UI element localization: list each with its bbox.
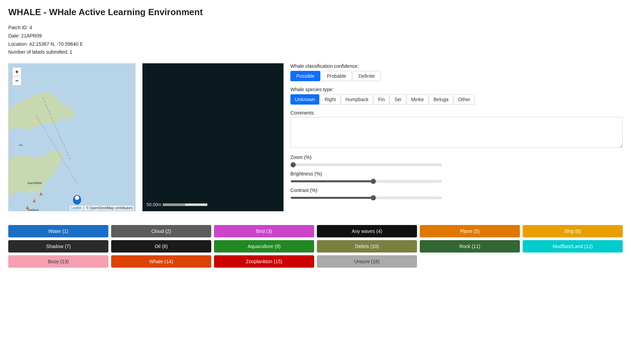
category-btn-11[interactable]: Rock (11) [420,240,520,253]
confidence-label: Whale classification confidence: [290,63,623,69]
species-humpback[interactable]: Humpback [341,94,373,105]
category-btn-4[interactable]: Any waves (4) [317,225,417,237]
svg-point-8 [75,196,79,200]
brightness-label: Brightness (%) [290,171,623,176]
zoom-label: Zoom (%) [290,154,623,160]
scale-bar-line [163,203,207,206]
category-btn-13[interactable]: Buoy (13) [8,255,108,268]
species-unknown[interactable]: Unknown [290,94,319,105]
species-section: Whale species type: Unknown Right Humpba… [290,87,623,105]
scale-bar: 50.00m [147,202,207,207]
map-attribution: Leaflet | © OpenStreetMap contributors [70,206,134,210]
contrast-slider-section: Contrast (%) [290,188,623,200]
comments-textarea[interactable] [290,117,623,148]
map-panel: + − [8,63,136,211]
species-group: Unknown Right Humpback Fin Sei Minke Bel… [290,94,623,105]
species-minke[interactable]: Minke [407,94,428,105]
category-btn-5[interactable]: Plane (5) [420,225,520,237]
confidence-probable[interactable]: Probable [321,71,352,81]
confidence-group: Possible Probable Definite [290,71,623,81]
main-content: + − [8,63,623,211]
confidence-definite[interactable]: Definite [353,71,381,81]
category-btn-15[interactable]: Zooplankton (15) [214,255,314,268]
species-label: Whale species type: [290,87,623,92]
category-btn-1[interactable]: Water (1) [8,225,108,237]
scale-label: 50.00m [147,202,161,207]
zoom-in-button[interactable]: + [12,67,21,76]
app-title: WHALE - WHale Active Learning Environmen… [8,7,623,18]
labels-submitted: Number of labels submitted: 1 [8,48,623,56]
map-svg: Marshfield Duxbury ate [9,64,135,211]
contrast-label: Contrast (%) [290,188,623,193]
zoom-slider[interactable] [290,164,442,166]
category-grid: Water (1)Cloud (2)Bird (3)Any waves (4)P… [8,222,623,271]
confidence-section: Whale classification confidence: Possibl… [290,63,623,81]
svg-text:ate: ate [19,143,23,147]
category-btn-9[interactable]: Aquaculture (9) [214,240,314,253]
species-sei[interactable]: Sei [390,94,406,105]
category-btn-7[interactable]: Shadow (7) [8,240,108,253]
comments-section: Comments: [290,110,623,149]
date: Date: 21APR09 [8,32,623,40]
contrast-slider[interactable] [290,197,442,199]
category-btn-2[interactable]: Cloud (2) [111,225,211,237]
category-btn-6[interactable]: Ship (6) [523,225,623,237]
image-panel: 50.00m [142,63,284,211]
confidence-possible[interactable]: Possible [290,71,320,81]
species-other[interactable]: Other [454,94,475,105]
category-btn-12[interactable]: Mudflats/Land (12) [523,240,623,253]
species-beluga[interactable]: Beluga [429,94,453,105]
svg-text:Marshfield: Marshfield [28,181,42,185]
category-btn-8[interactable]: Oil (8) [111,240,211,253]
species-right[interactable]: Right [320,94,340,105]
comments-label: Comments: [290,110,623,116]
app-container: WHALE - WHale Active Learning Environmen… [0,0,631,278]
category-btn-14[interactable]: Whale (14) [111,255,211,268]
svg-text:Duxbury: Duxbury [28,208,39,211]
zoom-out-button[interactable]: − [12,76,21,85]
category-btn-3[interactable]: Bird (3) [214,225,314,237]
meta-section: Patch ID: 4 Date: 21APR09 Location: 42.1… [8,24,623,56]
location: Location: 42.15367 N, -70.59640 E [8,40,623,49]
category-btn-16[interactable]: Unsure (16) [317,255,417,268]
osm-attribution: © OpenStreetMap contributors [86,206,133,210]
brightness-slider[interactable] [290,180,442,182]
patch-id: Patch ID: 4 [8,24,623,32]
controls-panel: Whale classification confidence: Possibl… [290,63,623,211]
species-fin[interactable]: Fin [374,94,389,105]
category-btn-10[interactable]: Debris (10) [317,240,417,253]
leaflet-link[interactable]: Leaflet [71,206,81,210]
brightness-slider-section: Brightness (%) [290,171,623,183]
zoom-controls: + − [12,67,22,86]
zoom-slider-section: Zoom (%) [290,154,623,167]
